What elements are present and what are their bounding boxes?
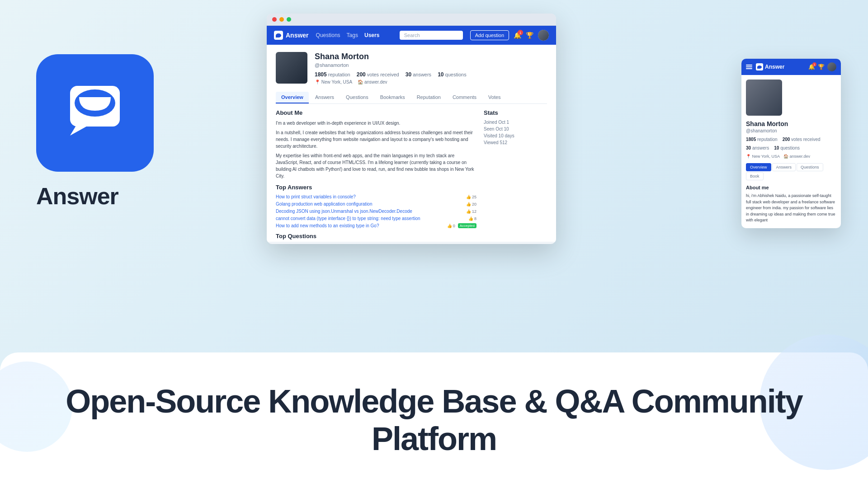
top-questions-title: Top Questions: [276, 233, 476, 239]
app-name-label: Answer: [36, 183, 118, 210]
nav-search-input[interactable]: Search: [400, 31, 463, 40]
stat-seen: Seen Oct 10: [484, 127, 547, 131]
card-trophy-icon: 🏆: [818, 64, 825, 70]
list-item: How to add new methods to an existing ty…: [276, 223, 476, 228]
stat-visited: Visited 10 days: [484, 133, 547, 138]
add-question-button[interactable]: Add question: [470, 30, 509, 40]
hamburger-menu[interactable]: [746, 65, 752, 69]
nav-link-questions[interactable]: Questions: [316, 32, 340, 38]
logo-svg: [63, 81, 127, 145]
card-tab-overview[interactable]: Overview: [746, 163, 771, 171]
profile-stats: 1805 reputation 200 votes received 30 an…: [315, 71, 467, 78]
profile-info: Shana Morton @shanamorton 1805 reputatio…: [315, 52, 467, 84]
reputation-value: 1805: [315, 71, 327, 78]
answer-link[interactable]: Golang production web application config…: [276, 202, 463, 206]
votes-value: 200: [357, 71, 366, 78]
card-nav-logo-text: Answer: [765, 64, 784, 70]
profile-header: Shana Morton @shanamorton 1805 reputatio…: [276, 52, 547, 84]
card-nav-logo-icon: [756, 63, 763, 70]
card-avatar[interactable]: [827, 62, 836, 71]
top-answers-list: How to print struct variables in console…: [276, 194, 476, 228]
browser-content: Answer Questions Tags Users Search Add q…: [267, 26, 556, 242]
tab-questions[interactable]: Questions: [340, 92, 374, 103]
card-about-title: About me: [746, 185, 836, 190]
browser-dot-maximize: [287, 17, 291, 22]
card-navbar: Answer 🔔1 🏆: [741, 59, 841, 75]
card-meta: 📍 New York, USA 🏠 answer.dev: [746, 154, 836, 159]
stat-joined: Joined Oct 1: [484, 120, 547, 125]
card-nav-logo: Answer: [756, 63, 784, 70]
answer-link[interactable]: How to add new methods to an existing ty…: [276, 223, 444, 228]
list-item: How to print struct variables in console…: [276, 194, 476, 199]
vote-count: 👍 25: [466, 195, 476, 199]
notification-badge: 1: [518, 30, 523, 35]
nav-logo-shape: [276, 33, 281, 38]
profile-meta: 📍 New York, USA 🏠 answer.dev: [315, 80, 467, 84]
svg-marker-1: [70, 124, 90, 136]
tab-answers[interactable]: Answers: [310, 92, 340, 103]
answers-value: 30: [406, 71, 411, 78]
app-logo-icon: [36, 54, 154, 172]
card-tabs: Overview Answers Questions Book: [746, 163, 836, 180]
browser-dot-minimize: [279, 17, 284, 22]
nav-logo-text: Answer: [286, 32, 309, 39]
accepted-badge: Accepted: [458, 223, 476, 228]
browser-window: Answer Questions Tags Users Search Add q…: [267, 14, 556, 244]
floating-profile-card: Answer 🔔1 🏆 Shana Morton @shanamorton 18…: [741, 59, 841, 228]
questions-value: 10: [438, 71, 443, 78]
nav-link-users[interactable]: Users: [364, 32, 379, 38]
stat-viewed: Viewed 512: [484, 140, 547, 145]
trophy-icon: 🏆: [526, 32, 533, 39]
card-tab-answers[interactable]: Answers: [772, 163, 796, 171]
answer-link[interactable]: How to print struct variables in console…: [276, 194, 463, 199]
profile-avatar: [276, 52, 307, 84]
card-stats: 1805 reputation 200 votes received: [746, 137, 836, 142]
vote-count: 👍 8: [468, 216, 476, 221]
about-me-title: About Me: [276, 109, 476, 116]
list-item: Golang production web application config…: [276, 202, 476, 206]
app-navbar: Answer Questions Tags Users Search Add q…: [267, 26, 556, 45]
card-tab-questions[interactable]: Questions: [797, 163, 823, 171]
tab-reputation[interactable]: Reputation: [411, 92, 446, 103]
nav-link-tags[interactable]: Tags: [347, 32, 358, 38]
main-content: About Me I'm a web developer with in-dep…: [276, 109, 476, 242]
about-text-2: In a nutshell, I create websites that he…: [276, 129, 476, 150]
profile-name: Shana Morton: [315, 52, 467, 61]
tab-votes[interactable]: Votes: [483, 92, 506, 103]
profile-section: Shana Morton @shanamorton 1805 reputatio…: [267, 45, 556, 242]
nav-avatar[interactable]: [538, 30, 549, 41]
card-profile-name: Shana Morton: [746, 120, 836, 127]
vote-count: 👍 0: [447, 224, 455, 228]
profile-username: @shanamorton: [315, 62, 467, 68]
list-item: cannot convert data (type interface {}) …: [276, 216, 476, 221]
vote-count: 👍 20: [466, 202, 476, 206]
vote-count: 👍 12: [466, 209, 476, 214]
card-stats-2: 30 answers 10 questions: [746, 145, 836, 150]
card-profile-avatar: [746, 80, 782, 116]
nav-actions: Add question 🔔 1 🏆: [470, 30, 549, 41]
tab-bookmarks[interactable]: Bookmarks: [375, 92, 410, 103]
card-notification-icon[interactable]: 🔔1: [808, 64, 815, 70]
left-logo-section: Answer: [36, 54, 154, 210]
card-nav-icons: 🔔1 🏆: [808, 62, 836, 71]
bottom-section: Open-Source Knowledge Base & Q&A Communi…: [0, 352, 868, 488]
tab-overview[interactable]: Overview: [276, 92, 309, 103]
nav-logo-icon: [274, 31, 283, 40]
stats-title: Stats: [484, 109, 547, 116]
card-notification-badge: 1: [812, 62, 816, 66]
notification-icon[interactable]: 🔔 1: [514, 32, 521, 39]
answer-link[interactable]: cannot convert data (type interface {}) …: [276, 216, 466, 221]
about-text-3: My expertise lies within front-end web a…: [276, 152, 476, 179]
tab-comments[interactable]: Comments: [447, 92, 482, 103]
card-tab-book[interactable]: Book: [746, 172, 764, 180]
list-item: Decoding JSON using json.Unmarshal vs js…: [276, 209, 476, 214]
browser-chrome: [267, 14, 556, 26]
card-about-text: hi, i'm Abhishek Naidu, a passionate sel…: [746, 193, 836, 224]
nav-links: Questions Tags Users: [316, 32, 392, 38]
nav-logo: Answer: [274, 31, 309, 40]
hero-text: Open-Source Knowledge Base & Q&A Communi…: [0, 383, 868, 458]
card-nav-logo-shape: [757, 66, 762, 69]
stats-sidebar: Stats Joined Oct 1 Seen Oct 10 Visited 1…: [484, 109, 547, 242]
browser-dot-close: [272, 17, 277, 22]
answer-link[interactable]: Decoding JSON using json.Unmarshal vs js…: [276, 209, 463, 214]
